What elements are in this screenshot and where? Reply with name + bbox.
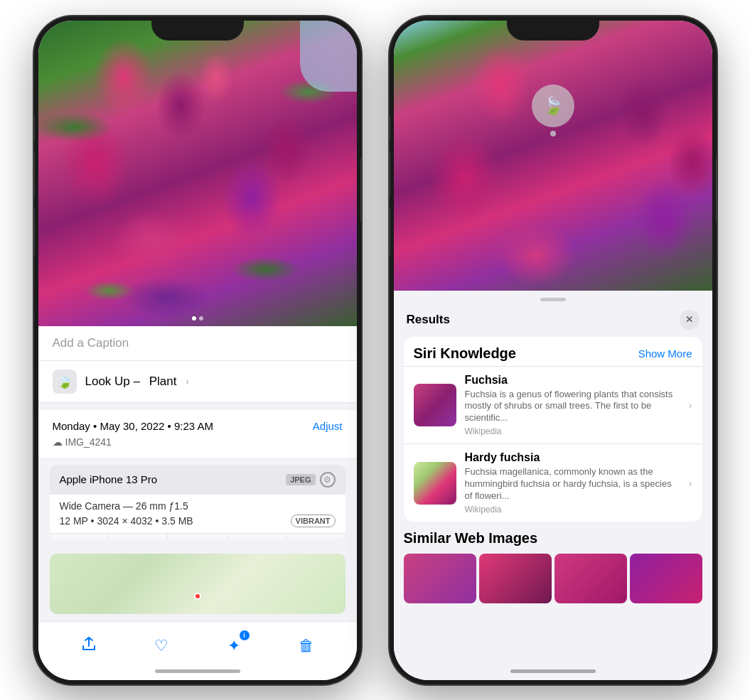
results-header: Results ✕: [394, 306, 712, 337]
right-flower-overlay: [394, 21, 712, 291]
right-mute-button[interactable]: [390, 116, 390, 141]
trash-button[interactable]: 🗑: [294, 633, 319, 659]
adjust-button[interactable]: Adjust: [313, 420, 343, 432]
lookup-label[interactable]: Look Up – Plant ›: [85, 375, 189, 389]
right-phone: 🍃 Results ✕ Siri Knowledge Show M: [390, 16, 717, 684]
exif-iso: ISO 50: [50, 534, 109, 539]
heart-icon: ♡: [154, 637, 168, 655]
fuchsia-desc: Fuchsia is a genus of flowering plants t…: [465, 389, 680, 425]
pagination-dot-1: [192, 316, 196, 321]
caption-area[interactable]: Add a Caption: [38, 326, 357, 361]
vibrant-badge: VIBRANT: [291, 515, 336, 527]
trash-icon: 🗑: [299, 637, 314, 655]
siri-knowledge-header: Siri Knowledge Show More: [404, 337, 702, 366]
date-row: Monday • May 30, 2022 • 9:23 AM Adjust: [53, 420, 343, 432]
right-home-indicator: [510, 669, 596, 673]
sparkle-icon: ✦: [227, 637, 240, 655]
similar-images-grid: [404, 554, 702, 603]
volume-down-button[interactable]: [34, 208, 35, 255]
left-phone-screen: Add a Caption 🍃 Look Up – Plant › Monday…: [38, 21, 357, 680]
fuchsia-arrow-icon: ›: [689, 399, 692, 411]
fuchsia-thumb: [414, 384, 456, 426]
similar-images-section: Similar Web Images: [394, 530, 712, 603]
similar-thumb-1[interactable]: [404, 554, 476, 603]
fuchsia-info: Fuchsia Fuchsia is a genus of flowering …: [465, 374, 680, 437]
exif-mm: 26 mm: [109, 534, 168, 539]
caption-placeholder[interactable]: Add a Caption: [53, 336, 129, 350]
device-badge: JPEG ⚙: [286, 472, 335, 488]
scene: Add a Caption 🍃 Look Up – Plant › Monday…: [0, 0, 750, 700]
hardy-fuchsia-name: Hardy fuchsia: [465, 451, 680, 464]
camera-info: Wide Camera — 26 mm ƒ1.5: [60, 500, 336, 512]
close-button[interactable]: ✕: [680, 310, 700, 330]
content-area[interactable]: Add a Caption 🍃 Look Up – Plant › Monday…: [38, 326, 357, 621]
left-phone: Add a Caption 🍃 Look Up – Plant › Monday…: [34, 16, 361, 684]
mp-info: 12 MP • 3024 × 4032 • 3.5 MB: [60, 515, 193, 527]
exif-shutter: 1/181 s: [286, 534, 345, 539]
device-section: Apple iPhone 13 Pro JPEG ⚙ Wide Camera —…: [50, 465, 345, 539]
hardy-fuchsia-arrow-icon: ›: [689, 478, 692, 489]
share-icon: [81, 636, 97, 656]
close-icon: ✕: [685, 314, 693, 325]
right-flower-photo[interactable]: 🍃: [394, 21, 712, 291]
lookup-icon: 🍃: [53, 370, 77, 394]
similar-images-title: Similar Web Images: [404, 530, 702, 546]
volume-up-button[interactable]: [34, 151, 35, 198]
img-name-row: ☁ IMG_4241: [53, 436, 343, 448]
photo-pagination: [192, 316, 203, 321]
share-button[interactable]: [76, 633, 102, 659]
sky-area: [300, 21, 357, 92]
info-button[interactable]: ✦ i: [221, 633, 247, 659]
right-power-button[interactable]: [716, 158, 717, 222]
similar-thumb-3[interactable]: [555, 554, 627, 603]
similar-thumb-2[interactable]: [479, 554, 552, 603]
power-button[interactable]: [360, 158, 361, 222]
results-panel[interactable]: Results ✕ Siri Knowledge Show More: [394, 291, 712, 680]
similar-thumb-4[interactable]: [630, 554, 702, 603]
exif-ev: 0 ev: [168, 534, 227, 539]
hardy-fuchsia-desc: Fuchsia magellanica, commonly known as t…: [465, 466, 680, 502]
exif-row: ISO 50 26 mm 0 ev ƒ1.5 1/181 s: [50, 533, 345, 539]
date-text: Monday • May 30, 2022 • 9:23 AM: [53, 420, 213, 432]
right-volume-up-button[interactable]: [390, 151, 390, 198]
hardy-fuchsia-info: Hardy fuchsia Fuchsia magellanica, commo…: [465, 451, 680, 515]
show-more-button[interactable]: Show More: [638, 348, 692, 360]
pagination-dot-2: [199, 316, 203, 321]
img-name: IMG_4241: [65, 436, 112, 448]
results-title: Results: [407, 313, 450, 327]
device-name: Apple iPhone 13 Pro: [60, 473, 158, 485]
siri-dot: [550, 131, 556, 136]
fuchsia-source: Wikipedia: [465, 426, 680, 436]
flower-photo[interactable]: [38, 21, 357, 326]
lookup-arrow-icon: ›: [186, 376, 188, 387]
info-section: Monday • May 30, 2022 • 9:23 AM Adjust ☁…: [38, 410, 357, 458]
cloud-icon: ☁: [53, 436, 63, 448]
home-indicator: [155, 669, 240, 673]
exif-aperture: ƒ1.5: [227, 534, 286, 539]
panel-handle: [540, 298, 566, 301]
gear-icon[interactable]: ⚙: [320, 472, 336, 488]
siri-visual-button[interactable]: 🍃: [532, 85, 574, 127]
device-header: Apple iPhone 13 Pro JPEG ⚙: [50, 465, 345, 495]
mp-info-row: 12 MP • 3024 × 4032 • 3.5 MB VIBRANT: [60, 515, 336, 527]
lookup-row[interactable]: 🍃 Look Up – Plant ›: [38, 361, 357, 403]
siri-knowledge-section: Siri Knowledge Show More Fuchsia Fuchsia…: [404, 337, 702, 522]
jpeg-badge: JPEG: [286, 474, 315, 485]
map-location-dot: [194, 593, 201, 600]
siri-leaf-icon: 🍃: [542, 96, 564, 116]
right-volume-down-button[interactable]: [390, 208, 390, 255]
siri-knowledge-title: Siri Knowledge: [414, 345, 516, 362]
hardy-fuchsia-source: Wikipedia: [465, 505, 680, 515]
info-badge-circle: i: [240, 630, 250, 640]
device-detail: Wide Camera — 26 mm ƒ1.5 12 MP • 3024 × …: [50, 495, 345, 533]
hardy-fuchsia-thumb: [414, 462, 456, 505]
mute-button[interactable]: [34, 116, 35, 141]
fuchsia-name: Fuchsia: [465, 374, 680, 387]
map-area[interactable]: [50, 554, 345, 614]
result-item-hardy-fuchsia[interactable]: Hardy fuchsia Fuchsia magellanica, commo…: [404, 443, 702, 522]
heart-button[interactable]: ♡: [149, 633, 174, 659]
right-phone-screen: 🍃 Results ✕ Siri Knowledge Show M: [394, 21, 712, 680]
result-item-fuchsia[interactable]: Fuchsia Fuchsia is a genus of flowering …: [404, 366, 702, 444]
